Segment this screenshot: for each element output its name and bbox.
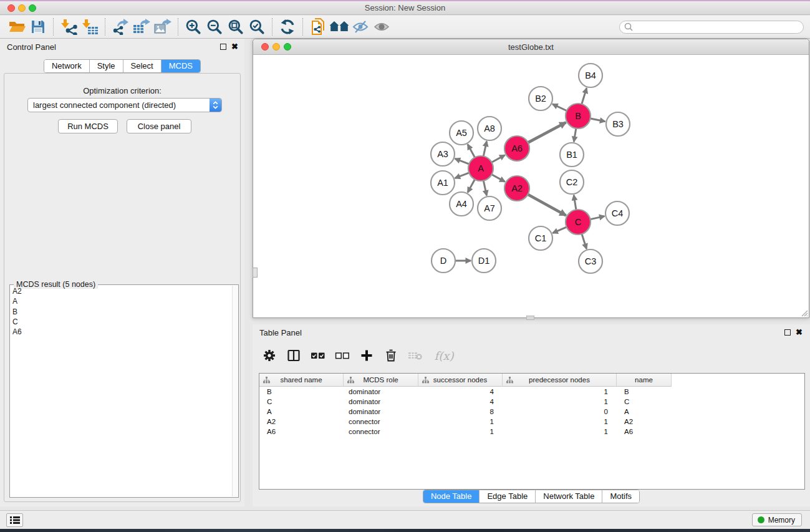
add-column-icon[interactable] [357,346,376,365]
result-list-item[interactable]: A [12,296,231,306]
column-header-successor-nodes[interactable]: successor nodes [418,374,503,387]
tab-select[interactable]: Select [123,60,162,72]
zoom-selected-icon[interactable] [246,17,268,36]
zoom-window-button[interactable] [29,4,36,12]
graph-node-B2[interactable]: B2 [529,87,552,110]
graph-edge-A6-B[interactable] [528,122,566,143]
close-window-button[interactable] [7,4,15,12]
graph-node-B[interactable]: B [566,104,591,128]
deselect-all-checkboxes-icon[interactable] [333,346,352,365]
export-table-icon[interactable] [131,17,152,36]
result-scrollbar[interactable] [232,286,238,496]
close-network-window-button[interactable] [261,43,269,51]
hide-selected-eye-slash-icon[interactable] [350,17,371,36]
result-list-item[interactable]: A2 [12,286,231,296]
graph-node-A2[interactable]: A2 [504,176,529,201]
graph-node-A4[interactable]: A4 [450,192,473,216]
graph-edge-C-C4[interactable] [590,216,605,220]
graph-edge-C-C2[interactable] [574,195,576,211]
graph-edge-A-A1[interactable] [455,173,470,178]
graph-node-A5[interactable]: A5 [450,121,473,145]
tab-network[interactable]: Network [44,60,90,72]
select-all-checkboxes-icon[interactable] [309,346,327,365]
tab-edge-table[interactable]: Edge Table [480,490,536,503]
graph-node-C1[interactable]: C1 [529,226,552,250]
graph-node-A8[interactable]: A8 [478,117,501,140]
close-panel-button[interactable]: Close panel [127,119,191,133]
graph-node-A6[interactable]: A6 [504,136,529,161]
settings-gear-icon[interactable] [260,346,279,365]
close-panel-icon[interactable]: ✖ [796,327,803,337]
tab-motifs[interactable]: Motifs [602,490,639,503]
table-row[interactable]: Adominator80A [259,407,804,417]
panel-divider-grip[interactable] [526,316,534,320]
column-header-shared-name[interactable]: shared name [259,374,344,387]
column-visibility-icon[interactable] [284,346,303,365]
result-list-item[interactable]: B [12,307,231,317]
graph-node-B4[interactable]: B4 [579,64,602,87]
new-network-from-selection-icon[interactable] [307,17,329,36]
search-input[interactable] [634,22,801,32]
graph-node-D1[interactable]: D1 [472,249,496,273]
graph-edge-A-A8[interactable] [483,142,486,157]
graph-node-B1[interactable]: B1 [560,143,584,167]
result-list-item[interactable]: A6 [12,327,231,337]
graph-edge-A-A3[interactable] [455,158,470,164]
graph-edge-B-B1[interactable] [574,128,576,142]
open-session-icon[interactable] [6,17,27,36]
graph-node-C[interactable]: C [566,210,591,235]
graph-node-D[interactable]: D [432,249,455,273]
tab-mcds[interactable]: MCDS [162,60,200,72]
tab-style[interactable]: Style [90,60,123,72]
table-row[interactable]: A2connector11A2 [259,417,804,427]
graph-edge-B-B3[interactable] [590,118,605,122]
column-header-MCDS-role[interactable]: MCDS role [344,374,418,387]
show-all-eye-icon[interactable] [371,17,392,36]
graph-edge-B-B4[interactable] [582,88,587,105]
task-history-list-icon[interactable] [6,513,23,527]
graph-edge-C-C1[interactable] [552,227,567,233]
panel-divider-grip[interactable] [253,268,258,278]
minimize-window-button[interactable] [18,4,26,12]
graph-edge-A-A4[interactable] [468,179,475,193]
graph-node-A3[interactable]: A3 [431,142,455,166]
import-network-from-file-icon[interactable] [58,17,79,36]
zoom-fit-icon[interactable] [225,17,246,36]
graph-edge-A-A5[interactable] [468,144,475,158]
graph-node-C4[interactable]: C4 [605,201,629,225]
result-list-item[interactable]: C [12,317,231,327]
table-row[interactable]: Cdominator41C [259,397,804,407]
graph-edge-B-B2[interactable] [552,104,567,111]
delete-column-trash-icon[interactable] [382,346,400,365]
graph-edge-A-A2[interactable] [491,174,505,181]
graph-node-A1[interactable]: A1 [431,171,455,195]
zoom-in-icon[interactable] [183,17,204,36]
graph-node-B3[interactable]: B3 [606,112,630,136]
network-canvas[interactable]: B4 B2 B B3 A5 A8 A6 B1 A3 A A1 C2 A2 A4 [253,56,809,317]
export-network-icon[interactable] [110,17,131,36]
minimize-network-window-button[interactable] [272,43,280,51]
zoom-out-icon[interactable] [204,17,225,36]
graph-edge-C-C3[interactable] [582,233,587,249]
graph-node-C3[interactable]: C3 [579,249,602,273]
table-row[interactable]: A6connector11A6 [259,427,804,437]
graph-edge-A2-C[interactable] [528,194,566,215]
column-header-name[interactable]: name [617,374,672,387]
export-image-icon[interactable] [152,17,173,36]
graph-node-A[interactable]: A [468,156,493,181]
float-panel-icon[interactable] [784,329,791,336]
float-panel-icon[interactable] [220,44,226,50]
import-table-from-file-icon[interactable] [79,17,100,36]
graph-node-A7[interactable]: A7 [478,196,501,220]
close-panel-icon[interactable]: ✖ [231,42,238,52]
tab-network-table[interactable]: Network Table [536,490,602,503]
graph-edge-A-A6[interactable] [491,155,505,163]
run-mcds-button[interactable]: Run MCDS [58,119,118,133]
first-neighbors-icon[interactable] [329,17,350,36]
graph-edge-A-A7[interactable] [483,180,486,196]
tab-node-table[interactable]: Node Table [423,490,480,503]
graph-node-C2[interactable]: C2 [560,170,584,194]
table-row[interactable]: Bdominator41B [259,387,804,397]
optimization-criterion-dropdown[interactable]: largest connected component (directed) [27,98,222,112]
refresh-icon[interactable] [277,17,298,36]
